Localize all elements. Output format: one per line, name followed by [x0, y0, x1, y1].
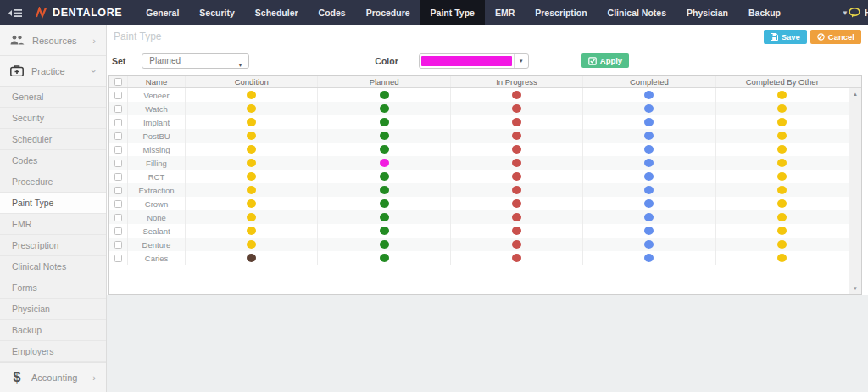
row-checkbox[interactable] — [114, 227, 122, 235]
paint-dot[interactable] — [512, 199, 521, 208]
help-menu[interactable]: Help? — [849, 8, 868, 18]
sidebar-group-resources[interactable]: Resources › — [0, 25, 106, 56]
column-header-in-progress[interactable]: In Progress — [451, 76, 583, 87]
sidebar-item-scheduler[interactable]: Scheduler — [0, 129, 106, 150]
paint-dot[interactable] — [247, 172, 256, 181]
paint-dot[interactable] — [777, 172, 787, 181]
paint-dot[interactable] — [380, 213, 389, 221]
scroll-up-icon[interactable]: ▲ — [849, 92, 861, 97]
paint-dot[interactable] — [644, 91, 654, 99]
paint-dot[interactable] — [380, 104, 389, 113]
paint-dot[interactable] — [380, 186, 389, 194]
paint-dot[interactable] — [380, 159, 389, 167]
nav-item-paint-type[interactable]: Paint Type — [420, 0, 485, 25]
brand[interactable]: DENTALORE — [36, 7, 122, 19]
paint-dot[interactable] — [512, 159, 521, 167]
sidebar-item-general[interactable]: General — [0, 87, 106, 108]
sidebar-item-paint-type[interactable]: Paint Type — [0, 193, 106, 214]
paint-dot[interactable] — [777, 186, 787, 194]
paint-dot[interactable] — [777, 240, 787, 249]
nav-item-security[interactable]: Security — [189, 0, 244, 25]
paint-dot[interactable] — [512, 104, 521, 113]
paint-dot[interactable] — [247, 145, 256, 154]
row-checkbox[interactable] — [114, 187, 122, 194]
sidebar-item-backup[interactable]: Backup — [0, 320, 106, 341]
nav-item-clinical-notes[interactable]: Clinical Notes — [598, 0, 676, 25]
column-header-completed-by-other[interactable]: Completed By Other — [716, 76, 849, 87]
set-select[interactable]: Planned ▼ — [142, 53, 249, 69]
paint-dot[interactable] — [247, 227, 256, 235]
paint-dot[interactable] — [380, 145, 389, 154]
row-checkbox[interactable] — [114, 200, 122, 208]
row-checkbox[interactable] — [114, 92, 122, 99]
paint-dot[interactable] — [247, 118, 256, 126]
sidebar-item-employers[interactable]: Employers — [0, 341, 106, 362]
column-header-planned[interactable]: Planned — [318, 76, 450, 87]
save-button[interactable]: Save — [764, 30, 807, 44]
paint-dot[interactable] — [512, 145, 521, 154]
sidebar-item-prescription[interactable]: Prescription — [0, 235, 106, 256]
paint-dot[interactable] — [512, 254, 521, 262]
nav-item-procedure[interactable]: Procedure — [356, 0, 420, 25]
paint-dot[interactable] — [777, 91, 787, 99]
paint-dot[interactable] — [247, 199, 256, 208]
cancel-button[interactable]: Cancel — [810, 30, 861, 44]
paint-dot[interactable] — [380, 199, 389, 208]
paint-dot[interactable] — [644, 240, 654, 249]
paint-dot[interactable] — [247, 159, 256, 167]
paint-dot[interactable] — [777, 159, 787, 167]
row-checkbox[interactable] — [114, 241, 122, 249]
paint-dot[interactable] — [644, 254, 654, 262]
paint-dot[interactable] — [777, 227, 787, 235]
paint-dot[interactable] — [644, 159, 654, 167]
sidebar-group-accounting[interactable]: $ Accounting › — [0, 362, 106, 392]
sidebar-item-codes[interactable]: Codes — [0, 150, 106, 171]
row-checkbox[interactable] — [114, 132, 122, 140]
column-header-condition[interactable]: Condition — [186, 76, 318, 87]
row-checkbox[interactable] — [114, 160, 122, 167]
sidebar-item-clinical-notes[interactable]: Clinical Notes — [0, 256, 106, 277]
paint-dot[interactable] — [777, 118, 787, 126]
paint-dot[interactable] — [777, 145, 787, 154]
row-checkbox[interactable] — [114, 105, 122, 113]
vertical-scrollbar[interactable]: ▲ ▼ — [849, 88, 861, 294]
paint-dot[interactable] — [380, 172, 389, 181]
sidebar-collapse-icon[interactable] — [8, 0, 22, 25]
sidebar-item-emr[interactable]: EMR — [0, 214, 106, 235]
nav-item-codes[interactable]: Codes — [309, 0, 356, 25]
row-checkbox[interactable] — [114, 173, 122, 181]
color-dropdown[interactable]: ▼ — [419, 53, 529, 69]
paint-dot[interactable] — [247, 104, 256, 113]
nav-item-emr[interactable]: EMR — [485, 0, 525, 25]
paint-dot[interactable] — [644, 118, 654, 126]
paint-dot[interactable] — [512, 132, 521, 140]
sidebar-item-physician[interactable]: Physician — [0, 299, 106, 320]
paint-dot[interactable] — [247, 91, 256, 99]
paint-dot[interactable] — [644, 227, 654, 235]
sidebar-item-forms[interactable]: Forms — [0, 277, 106, 299]
paint-dot[interactable] — [777, 254, 787, 262]
paint-dot[interactable] — [512, 227, 521, 235]
paint-dot[interactable] — [247, 240, 256, 249]
paint-dot[interactable] — [247, 254, 256, 262]
nav-item-physician[interactable]: Physician — [676, 0, 738, 25]
nav-overflow-caret[interactable]: ▼ — [842, 9, 849, 17]
paint-dot[interactable] — [380, 254, 389, 262]
paint-dot[interactable] — [777, 199, 787, 208]
paint-dot[interactable] — [512, 213, 521, 221]
paint-dot[interactable] — [380, 132, 389, 140]
paint-dot[interactable] — [644, 199, 654, 208]
paint-dot[interactable] — [512, 186, 521, 194]
paint-dot[interactable] — [380, 91, 389, 99]
nav-item-scheduler[interactable]: Scheduler — [245, 0, 309, 25]
paint-dot[interactable] — [380, 227, 389, 235]
paint-dot[interactable] — [512, 240, 521, 249]
paint-dot[interactable] — [777, 213, 787, 221]
row-checkbox[interactable] — [114, 146, 122, 154]
paint-dot[interactable] — [512, 91, 521, 99]
paint-dot[interactable] — [512, 172, 521, 181]
column-header-completed[interactable]: Completed — [583, 76, 715, 87]
sidebar-item-procedure[interactable]: Procedure — [0, 171, 106, 193]
nav-item-backup[interactable]: Backup — [738, 0, 791, 25]
paint-dot[interactable] — [644, 172, 654, 181]
